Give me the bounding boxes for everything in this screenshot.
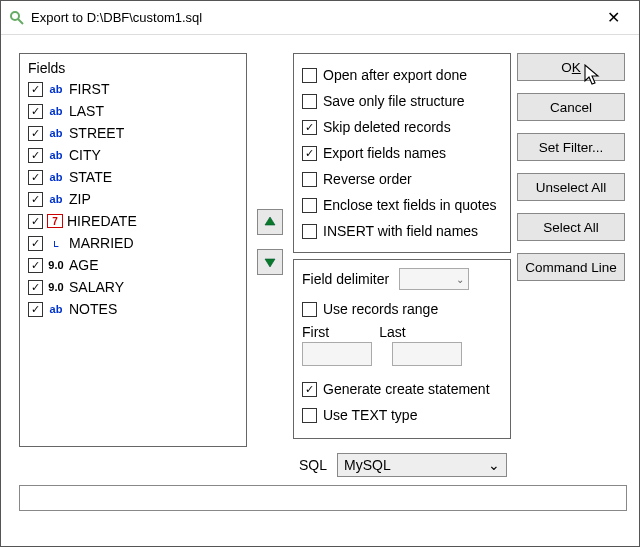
- svg-point-0: [11, 12, 19, 20]
- option-row: Export fields names: [302, 140, 502, 166]
- option-label: INSERT with field names: [323, 223, 478, 239]
- field-row[interactable]: abNOTES: [28, 298, 238, 320]
- window-title: Export to D:\DBF\custom1.sql: [31, 10, 591, 25]
- unselect-all-button[interactable]: Unselect All: [517, 173, 625, 201]
- field-name-label: STREET: [69, 125, 124, 141]
- select-all-button[interactable]: Select All: [517, 213, 625, 241]
- use-text-type-checkbox[interactable]: [302, 408, 317, 423]
- close-button[interactable]: ✕: [591, 3, 635, 33]
- field-row[interactable]: 7HIREDATE: [28, 210, 238, 232]
- svg-line-1: [18, 19, 23, 24]
- last-label: Last: [379, 324, 405, 340]
- app-icon: [9, 10, 25, 26]
- field-name-label: STATE: [69, 169, 112, 185]
- field-row[interactable]: abLAST: [28, 100, 238, 122]
- use-records-range-label: Use records range: [323, 301, 438, 317]
- field-type-icon: ab: [47, 191, 65, 207]
- option-label: Enclose text fields in quotes: [323, 197, 497, 213]
- svg-marker-2: [265, 217, 275, 225]
- chevron-down-icon: ⌄: [456, 274, 464, 285]
- field-name-label: CITY: [69, 147, 101, 163]
- option-label: Export fields names: [323, 145, 446, 161]
- field-checkbox[interactable]: [28, 302, 43, 317]
- option-row: Skip deleted records: [302, 114, 502, 140]
- field-checkbox[interactable]: [28, 170, 43, 185]
- options-column: Open after export doneSave only file str…: [293, 53, 511, 447]
- field-row[interactable]: abCITY: [28, 144, 238, 166]
- field-delimiter-select[interactable]: ⌄: [399, 268, 469, 290]
- field-checkbox[interactable]: [28, 148, 43, 163]
- field-type-icon: 9.0: [47, 257, 65, 273]
- move-up-button[interactable]: [257, 209, 283, 235]
- option-row: Open after export done: [302, 62, 502, 88]
- field-row[interactable]: abSTATE: [28, 166, 238, 188]
- field-name-label: LAST: [69, 103, 104, 119]
- option-checkbox[interactable]: [302, 172, 317, 187]
- field-name-label: FIRST: [69, 81, 109, 97]
- field-checkbox[interactable]: [28, 126, 43, 141]
- option-checkbox[interactable]: [302, 198, 317, 213]
- option-label: Skip deleted records: [323, 119, 451, 135]
- field-type-icon: ab: [47, 169, 65, 185]
- buttons-column: OK Cancel Set Filter... Unselect All Sel…: [517, 53, 625, 447]
- option-row: Reverse order: [302, 166, 502, 192]
- last-record-input[interactable]: [392, 342, 462, 366]
- sql-dialect-select[interactable]: MySQL ⌄: [337, 453, 507, 477]
- chevron-down-icon: ⌄: [488, 457, 500, 473]
- field-type-icon: ʟ: [47, 235, 65, 251]
- field-row[interactable]: 9.0SALARY: [28, 276, 238, 298]
- set-filter-button[interactable]: Set Filter...: [517, 133, 625, 161]
- field-checkbox[interactable]: [28, 258, 43, 273]
- option-label: Reverse order: [323, 171, 412, 187]
- command-line-button[interactable]: Command Line: [517, 253, 625, 281]
- generate-create-label: Generate create statement: [323, 381, 490, 397]
- field-row[interactable]: ʟMARRIED: [28, 232, 238, 254]
- titlebar: Export to D:\DBF\custom1.sql ✕: [1, 1, 639, 35]
- field-name-label: AGE: [69, 257, 99, 273]
- option-checkbox[interactable]: [302, 94, 317, 109]
- ok-button[interactable]: OK: [517, 53, 625, 81]
- option-row: Save only file structure: [302, 88, 502, 114]
- field-name-label: ZIP: [69, 191, 91, 207]
- svg-marker-4: [585, 65, 598, 84]
- field-type-icon: ab: [47, 103, 65, 119]
- field-type-icon: 7: [47, 214, 63, 228]
- generate-create-checkbox[interactable]: [302, 382, 317, 397]
- first-record-input[interactable]: [302, 342, 372, 366]
- svg-marker-3: [265, 259, 275, 267]
- field-type-icon: ab: [47, 125, 65, 141]
- field-row[interactable]: 9.0AGE: [28, 254, 238, 276]
- field-checkbox[interactable]: [28, 236, 43, 251]
- option-checkbox[interactable]: [302, 224, 317, 239]
- use-records-range-checkbox[interactable]: [302, 302, 317, 317]
- field-name-label: MARRIED: [69, 235, 134, 251]
- move-down-button[interactable]: [257, 249, 283, 275]
- export-options-group: Open after export doneSave only file str…: [293, 53, 511, 253]
- fields-list: abFIRSTabLASTabSTREETabCITYabSTATEabZIP7…: [28, 78, 238, 320]
- option-label: Save only file structure: [323, 93, 465, 109]
- field-checkbox[interactable]: [28, 104, 43, 119]
- field-row[interactable]: abSTREET: [28, 122, 238, 144]
- field-name-label: HIREDATE: [67, 213, 137, 229]
- cursor-icon: [584, 64, 602, 89]
- option-checkbox[interactable]: [302, 68, 317, 83]
- first-label: First: [302, 324, 329, 340]
- field-checkbox[interactable]: [28, 192, 43, 207]
- field-row[interactable]: abZIP: [28, 188, 238, 210]
- option-label: Open after export done: [323, 67, 467, 83]
- option-row: INSERT with field names: [302, 218, 502, 244]
- field-checkbox[interactable]: [28, 280, 43, 295]
- field-name-label: NOTES: [69, 301, 117, 317]
- option-checkbox[interactable]: [302, 146, 317, 161]
- field-row[interactable]: abFIRST: [28, 78, 238, 100]
- cancel-button[interactable]: Cancel: [517, 93, 625, 121]
- status-bar: [19, 485, 627, 511]
- export-dialog: Export to D:\DBF\custom1.sql ✕ Fields ab…: [0, 0, 640, 547]
- field-checkbox[interactable]: [28, 82, 43, 97]
- range-options-group: Field delimiter ⌄ Use records range Firs…: [293, 259, 511, 439]
- field-checkbox[interactable]: [28, 214, 43, 229]
- option-checkbox[interactable]: [302, 120, 317, 135]
- field-type-icon: ab: [47, 301, 65, 317]
- sql-row: SQL MySQL ⌄: [299, 453, 627, 477]
- field-delimiter-label: Field delimiter: [302, 271, 389, 287]
